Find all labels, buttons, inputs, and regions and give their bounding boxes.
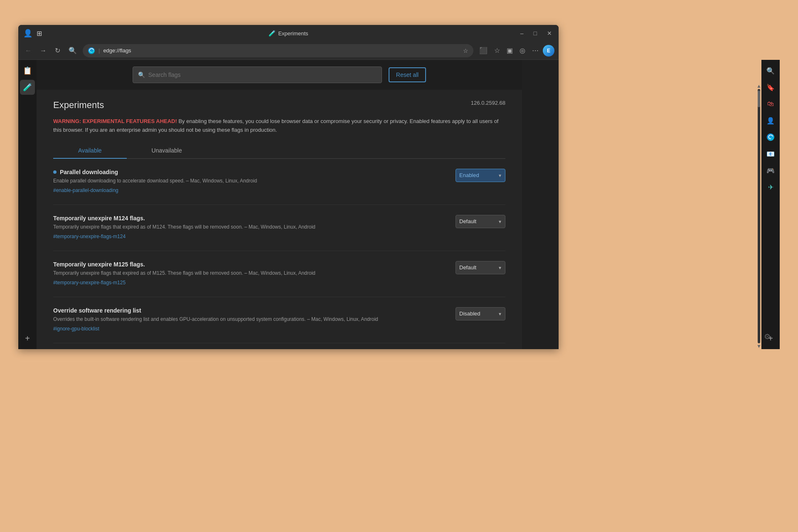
flag-title: Temporarily unexpire M124 flags. bbox=[53, 215, 447, 222]
flag-description: Temporarily unexpire flags that expired … bbox=[53, 269, 447, 277]
refresh-button[interactable]: ↻ bbox=[52, 44, 63, 57]
flag-item: Temporarily unexpire M124 flags. Tempora… bbox=[53, 215, 505, 251]
flag-header: Temporarily unexpire M124 flags. Tempora… bbox=[53, 215, 505, 240]
warning-text: WARNING: EXPERIMENTAL FEATURES AHEAD! By… bbox=[53, 117, 505, 135]
flask-icon: 🧪 bbox=[268, 30, 276, 37]
flag-item: Override software rendering list Overrid… bbox=[53, 307, 505, 343]
experiments-header: Experiments 126.0.2592.68 bbox=[53, 100, 505, 111]
tab-unavailable[interactable]: Unavailable bbox=[127, 143, 207, 159]
sidebar-toggle-button[interactable]: ⬛ bbox=[477, 44, 490, 57]
right-sidebar-bookmark[interactable]: 🔖 bbox=[763, 80, 778, 95]
window-title: 🧪 Experiments bbox=[268, 30, 308, 37]
flag-title: Temporarily unexpire M125 flags. bbox=[53, 261, 447, 268]
flag-title-area: Parallel downloading Enable parallel dow… bbox=[53, 169, 447, 194]
right-sidebar-games[interactable]: 🎮 bbox=[763, 163, 778, 178]
flag-title-area: Override software rendering list Overrid… bbox=[53, 307, 447, 332]
flag-header: Temporarily unexpire M125 flags. Tempora… bbox=[53, 261, 505, 286]
address-separator: | bbox=[99, 47, 100, 54]
flag-select-wrapper: Default Enabled Disabled bbox=[456, 215, 505, 228]
scrollbar-thumb[interactable] bbox=[758, 91, 760, 107]
content-area: 🔍 Reset all Experiments 126.0.2592.68 WA… bbox=[37, 60, 522, 349]
sidebar-item-tabs[interactable]: 📋 bbox=[20, 63, 35, 78]
search-icon: 🔍 bbox=[138, 71, 145, 78]
address-text: edge://flags bbox=[103, 47, 460, 54]
profile-button[interactable]: E bbox=[543, 45, 554, 57]
svg-point-1 bbox=[767, 133, 774, 141]
window-controls: – □ ✕ bbox=[519, 28, 554, 38]
version-text: 126.0.2592.68 bbox=[471, 100, 505, 106]
address-bar[interactable]: | edge://flags ☆ bbox=[83, 44, 473, 57]
scroll-up[interactable]: ▲ bbox=[756, 83, 761, 89]
flag-header: Override software rendering list Overrid… bbox=[53, 307, 505, 332]
right-sidebar-shopping[interactable]: 🛍 bbox=[763, 96, 778, 111]
right-sidebar-settings[interactable]: ⚙ bbox=[760, 329, 775, 344]
flag-title: Parallel downloading bbox=[53, 169, 447, 175]
flag-select-wrapper: Default Enabled Disabled bbox=[456, 307, 505, 320]
search-area: 🔍 Reset all bbox=[37, 60, 522, 90]
back-button[interactable]: ← bbox=[22, 44, 34, 57]
flag-item: Parallel downloading Enable parallel dow… bbox=[53, 169, 505, 205]
flags-list: Parallel downloading Enable parallel dow… bbox=[53, 169, 505, 349]
close-button[interactable]: ✕ bbox=[545, 28, 554, 38]
flag-link[interactable]: #ignore-gpu-blocklist bbox=[53, 326, 99, 332]
flag-description: Overrides the built-in software renderin… bbox=[53, 315, 447, 323]
flag-select[interactable]: Default Enabled Disabled bbox=[456, 307, 505, 320]
collections-button[interactable]: ▣ bbox=[504, 44, 515, 57]
edge-logo bbox=[88, 47, 95, 54]
experiments-content: Experiments 126.0.2592.68 WARNING: EXPER… bbox=[37, 90, 522, 349]
right-sidebar-edge[interactable] bbox=[763, 130, 778, 145]
maximize-button[interactable]: □ bbox=[532, 28, 539, 38]
search-input[interactable] bbox=[148, 71, 377, 78]
flag-title-area: Temporarily unexpire M125 flags. Tempora… bbox=[53, 261, 447, 286]
reset-all-button[interactable]: Reset all bbox=[389, 67, 426, 82]
extensions-icon[interactable]: ⊞ bbox=[37, 30, 42, 37]
left-sidebar: 📋 🧪 + bbox=[18, 60, 37, 349]
profile-icon[interactable]: 👤 bbox=[23, 29, 32, 38]
favorite-icon[interactable]: ☆ bbox=[463, 47, 468, 54]
flag-title: Override software rendering list bbox=[53, 307, 447, 314]
more-button[interactable]: ⋯ bbox=[530, 44, 541, 57]
right-sidebar-outlook[interactable]: 📧 bbox=[763, 146, 778, 161]
flag-link[interactable]: #temporary-unexpire-flags-m125 bbox=[53, 280, 126, 286]
flag-header: Parallel downloading Enable parallel dow… bbox=[53, 169, 505, 194]
search-button[interactable]: 🔍 bbox=[66, 44, 79, 57]
forward-button[interactable]: → bbox=[37, 44, 49, 57]
tab-available[interactable]: Available bbox=[53, 143, 127, 159]
flag-item: Temporarily unexpire M125 flags. Tempora… bbox=[53, 261, 505, 297]
scroll-down[interactable]: ▼ bbox=[756, 343, 761, 349]
right-sidebar-plane[interactable]: ✈ bbox=[763, 180, 778, 195]
scrollbar-track[interactable] bbox=[758, 89, 760, 343]
sidebar-add-button[interactable]: + bbox=[20, 331, 35, 346]
right-sidebar: 🔍 🔖 🛍 👤 📧 🎮 ✈ + ⚙ bbox=[761, 60, 780, 349]
scrollbar: ▲ ▼ bbox=[756, 83, 761, 349]
flag-description: Temporarily unexpire flags that expired … bbox=[53, 223, 447, 231]
flag-description: Enable parallel downloading to accelerat… bbox=[53, 177, 447, 185]
nav-icons: ⬛ ☆ ▣ ◎ ⋯ E bbox=[477, 44, 554, 57]
copilot-button[interactable]: ◎ bbox=[517, 44, 528, 57]
flag-select[interactable]: Default Enabled Disabled bbox=[456, 215, 505, 228]
flag-select-wrapper: Default Enabled Disabled bbox=[456, 261, 505, 274]
experiments-title: Experiments bbox=[53, 100, 104, 111]
flag-link[interactable]: #temporary-unexpire-flags-m124 bbox=[53, 234, 126, 239]
flag-link[interactable]: #enable-parallel-downloading bbox=[53, 187, 118, 193]
warning-label: WARNING: EXPERIMENTAL FEATURES AHEAD! bbox=[53, 118, 177, 124]
right-sidebar-search[interactable]: 🔍 bbox=[763, 63, 778, 78]
tabs: Available Unavailable bbox=[53, 143, 505, 159]
sidebar-item-experiments[interactable]: 🧪 bbox=[20, 80, 35, 95]
favorites-button[interactable]: ☆ bbox=[492, 44, 502, 57]
search-box[interactable]: 🔍 bbox=[133, 66, 382, 83]
title-bar: 👤 ⊞ 🧪 Experiments – □ ✕ bbox=[18, 25, 559, 42]
flag-active-dot bbox=[53, 170, 57, 174]
flag-title-area: Temporarily unexpire M124 flags. Tempora… bbox=[53, 215, 447, 240]
flag-select[interactable]: Default Enabled Disabled bbox=[456, 261, 505, 274]
flag-select[interactable]: Default Enabled Disabled bbox=[456, 169, 505, 182]
flag-select-wrapper: Default Enabled Disabled bbox=[456, 169, 505, 182]
right-sidebar-person[interactable]: 👤 bbox=[763, 113, 778, 128]
minimize-button[interactable]: – bbox=[519, 28, 525, 38]
nav-bar: ← → ↻ 🔍 | edge://flags bbox=[18, 42, 559, 60]
